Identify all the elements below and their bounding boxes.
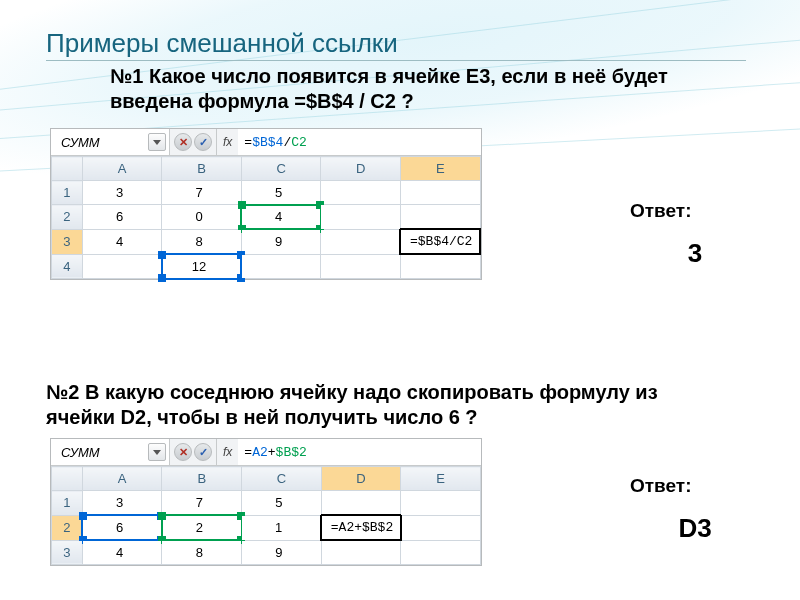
row-header[interactable]: 2 <box>52 205 83 230</box>
spreadsheet-2: СУММ ✕ ✓ fx =A2+$B$2 A B C D E 1 3 7 5 <box>50 438 482 566</box>
enter-icon[interactable]: ✓ <box>194 133 212 151</box>
cell[interactable] <box>401 540 481 565</box>
name-box[interactable]: СУММ <box>51 129 170 155</box>
fx-label[interactable]: fx <box>217 129 238 155</box>
cell-ref-blue[interactable]: 12 <box>162 254 242 279</box>
formula-bar: СУММ ✕ ✓ fx =$B$4/C2 <box>51 129 481 156</box>
col-header[interactable]: E <box>400 157 480 181</box>
cell[interactable] <box>400 205 480 230</box>
col-header[interactable]: B <box>162 157 242 181</box>
row-header[interactable]: 2 <box>52 515 83 540</box>
slide-title: Примеры смешанной ссылки <box>46 28 398 59</box>
title-underline <box>46 60 746 61</box>
cell[interactable] <box>400 181 480 205</box>
select-all[interactable] <box>52 157 83 181</box>
row-header[interactable]: 3 <box>52 540 83 565</box>
cell[interactable]: 4 <box>82 540 162 565</box>
col-header[interactable]: D <box>321 467 401 491</box>
cell-ref-blue[interactable]: 6 <box>82 515 162 540</box>
name-box-text: СУММ <box>61 445 100 460</box>
enter-icon[interactable]: ✓ <box>194 443 212 461</box>
cancel-icon[interactable]: ✕ <box>174 133 192 151</box>
answer-value-2: D3 <box>630 513 760 544</box>
cell[interactable] <box>321 205 401 230</box>
formula-bar-content[interactable]: =A2+$B$2 <box>238 439 481 465</box>
col-header[interactable]: B <box>162 467 242 491</box>
cell[interactable] <box>321 254 401 279</box>
cell[interactable]: 6 <box>82 205 162 230</box>
grid-1: A B C D E 1 3 7 5 2 6 0 4 3 4 <box>51 156 481 279</box>
answer-block-2: Ответ: D3 <box>630 475 760 544</box>
question-2: №2 В какую соседнюю ячейку надо скопиров… <box>46 380 696 430</box>
cell[interactable] <box>82 254 162 279</box>
name-box-text: СУММ <box>61 135 100 150</box>
col-header[interactable]: C <box>242 467 322 491</box>
cell[interactable]: 1 <box>242 515 322 540</box>
col-header[interactable]: C <box>241 157 321 181</box>
cell[interactable] <box>321 491 401 516</box>
grid-2: A B C D E 1 3 7 5 2 6 2 1 =A2+$B$2 <box>51 466 481 565</box>
fx-label[interactable]: fx <box>217 439 238 465</box>
cancel-icon[interactable]: ✕ <box>174 443 192 461</box>
cell[interactable] <box>401 491 481 516</box>
question-1: №1 Какое число появится в ячейке E3, есл… <box>110 64 700 114</box>
cell-ref-green[interactable]: 2 <box>162 515 242 540</box>
cell[interactable]: 8 <box>162 540 242 565</box>
cell[interactable]: 9 <box>242 540 322 565</box>
row-header[interactable]: 1 <box>52 491 83 516</box>
cell[interactable]: 4 <box>82 229 162 254</box>
col-header[interactable]: E <box>401 467 481 491</box>
answer-block-1: Ответ: 3 <box>630 200 760 269</box>
cell[interactable]: 0 <box>162 205 242 230</box>
cell[interactable] <box>321 540 401 565</box>
row-header[interactable]: 1 <box>52 181 83 205</box>
active-cell[interactable]: =$B$4/C2 <box>400 229 480 254</box>
cell[interactable]: 5 <box>241 181 321 205</box>
cell[interactable] <box>321 181 401 205</box>
cell[interactable] <box>400 254 480 279</box>
cell[interactable]: 9 <box>241 229 321 254</box>
cell[interactable]: 7 <box>162 181 242 205</box>
answer-label: Ответ: <box>630 200 760 222</box>
formula-bar-content[interactable]: =$B$4/C2 <box>238 129 481 155</box>
cell[interactable]: 7 <box>162 491 242 516</box>
cell[interactable]: 3 <box>82 181 162 205</box>
row-header[interactable]: 3 <box>52 229 83 254</box>
active-cell[interactable]: =A2+$B$2 <box>321 515 401 540</box>
col-header[interactable]: D <box>321 157 401 181</box>
name-box-dropdown-icon[interactable] <box>148 443 166 461</box>
answer-value-1: 3 <box>630 238 760 269</box>
formula-bar: СУММ ✕ ✓ fx =A2+$B$2 <box>51 439 481 466</box>
col-header[interactable]: A <box>82 467 162 491</box>
cell[interactable]: 3 <box>82 491 162 516</box>
cell[interactable] <box>401 515 481 540</box>
row-header[interactable]: 4 <box>52 254 83 279</box>
spreadsheet-1: СУММ ✕ ✓ fx =$B$4/C2 A B C D E 1 3 7 5 <box>50 128 482 280</box>
cell[interactable] <box>241 254 321 279</box>
select-all[interactable] <box>52 467 83 491</box>
col-header[interactable]: A <box>82 157 162 181</box>
answer-label: Ответ: <box>630 475 760 497</box>
cell[interactable] <box>321 229 401 254</box>
name-box-dropdown-icon[interactable] <box>148 133 166 151</box>
cell[interactable]: 8 <box>162 229 242 254</box>
cell-ref-green[interactable]: 4 <box>241 205 321 230</box>
cell[interactable]: 5 <box>242 491 322 516</box>
name-box[interactable]: СУММ <box>51 439 170 465</box>
